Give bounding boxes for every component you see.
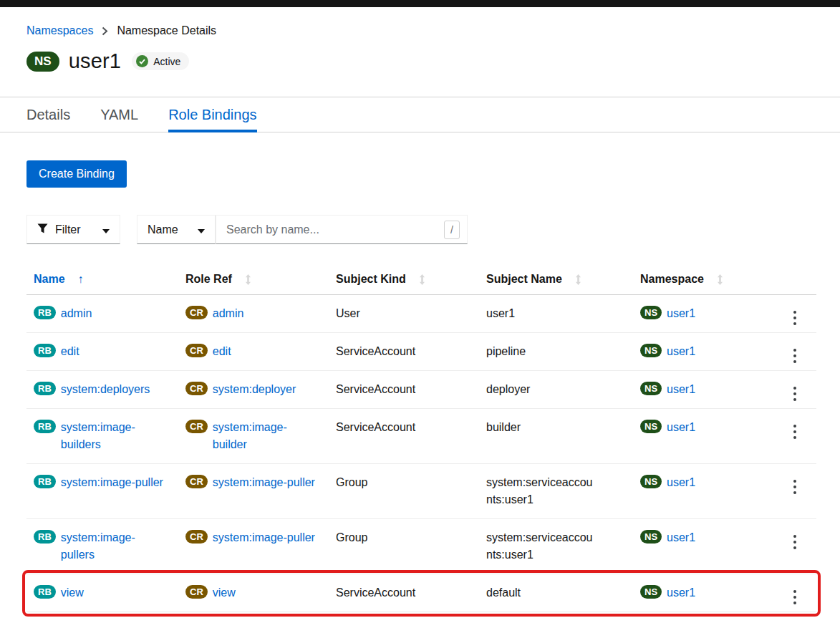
status-badge: Active [132, 52, 189, 70]
namespace-cell: NS user1 [633, 371, 773, 408]
role-ref-cell: CR system:image-builder [178, 409, 329, 463]
subject-kind-cell: ServiceAccount [329, 333, 479, 370]
namespace-cell: NS user1 [633, 333, 773, 370]
filter-dropdown[interactable]: Filter [26, 215, 120, 244]
column-header-name[interactable]: Name ↑ [26, 266, 178, 294]
subject-name-cell: default [479, 574, 604, 612]
kebab-menu-button[interactable] [789, 385, 801, 402]
table-row: RB system:deployers CR system:deployer S… [26, 371, 816, 409]
role-binding-badge: RB [34, 585, 56, 599]
column-header-role-ref-label: Role Ref [185, 273, 232, 286]
subject-kind-cell: Group [329, 519, 479, 556]
cluster-role-badge: CR [185, 585, 208, 599]
kebab-menu-button[interactable] [789, 589, 801, 606]
subject-name-cell: user1 [479, 295, 604, 332]
tab-bar: Details YAML Role Bindings [0, 97, 840, 132]
role-binding-badge: RB [34, 344, 56, 357]
cluster-role-link[interactable]: system:image-puller [213, 474, 315, 491]
column-header-role-ref[interactable]: Role Ref [178, 266, 329, 294]
subject-kind-cell: ServiceAccount [329, 574, 479, 612]
cluster-role-link[interactable]: system:image-puller [213, 529, 315, 546]
role-binding-badge: RB [34, 382, 56, 395]
column-header-namespace[interactable]: Namespace [633, 266, 773, 294]
namespace-cell: NS user1 [633, 519, 773, 556]
filter-icon [37, 223, 48, 236]
cluster-role-badge: CR [185, 420, 208, 433]
role-binding-link[interactable]: system:image-builders [61, 419, 165, 453]
column-header-name-label: Name [34, 273, 65, 286]
cluster-role-link[interactable]: admin [213, 305, 244, 322]
column-header-subject-name[interactable]: Subject Name [479, 266, 633, 294]
breadcrumb-link-namespaces[interactable]: Namespaces [26, 24, 93, 37]
name-cell: RB system:image-puller [26, 464, 178, 501]
page-title: user1 [69, 49, 122, 73]
sort-both-icon [419, 274, 425, 285]
namespace-link[interactable]: user1 [667, 419, 695, 436]
namespace-cell: NS user1 [633, 464, 773, 501]
namespace-link[interactable]: user1 [667, 474, 695, 491]
name-cell: RB view [26, 574, 178, 612]
column-header-subject-kind[interactable]: Subject Kind [329, 266, 479, 294]
namespace-badge: NS [640, 475, 662, 488]
page-header: Namespaces Namespace Details NS user1 Ac… [0, 7, 840, 73]
cluster-role-badge: CR [185, 475, 208, 488]
table-row: RB edit CR edit ServiceAccount pipeline … [26, 333, 816, 371]
namespace-cell: NS user1 [633, 574, 773, 612]
column-header-namespace-label: Namespace [640, 273, 704, 286]
name-cell: RB edit [26, 333, 178, 370]
sort-both-icon [245, 274, 251, 285]
role-ref-cell: CR system:deployer [178, 371, 329, 408]
role-ref-cell: CR edit [178, 333, 329, 370]
namespace-link[interactable]: user1 [667, 584, 695, 602]
role-binding-badge: RB [34, 420, 56, 433]
sort-ascending-icon: ↑ [78, 274, 84, 285]
chevron-down-icon [198, 223, 205, 236]
namespace-cell: NS user1 [633, 295, 773, 332]
kebab-menu-button[interactable] [789, 478, 801, 496]
chevron-down-icon [102, 223, 110, 236]
role-binding-link[interactable]: edit [61, 343, 79, 360]
role-ref-cell: CR view [178, 574, 329, 612]
search-input[interactable] [226, 223, 444, 236]
subject-name-cell: builder [479, 409, 604, 446]
namespace-link[interactable]: user1 [667, 343, 695, 360]
main-content: Create Binding Filter Name / [0, 132, 840, 612]
role-binding-link[interactable]: system:deployers [61, 381, 150, 398]
role-binding-link[interactable]: view [61, 584, 84, 602]
name-cell: RB admin [26, 295, 178, 332]
cluster-role-badge: CR [185, 530, 208, 544]
name-cell: RB system:deployers [26, 371, 178, 408]
tab-yaml[interactable]: YAML [100, 97, 138, 132]
kebab-menu-button[interactable] [789, 423, 801, 440]
role-bindings-table: Name ↑ Role Ref Subject Kind Subject Nam… [26, 266, 816, 612]
sort-both-icon [717, 274, 723, 285]
namespace-link[interactable]: user1 [667, 305, 695, 322]
create-binding-button[interactable]: Create Binding [26, 160, 127, 188]
filter-type-selected: Name [148, 223, 178, 236]
column-header-subject-kind-label: Subject Kind [336, 273, 406, 286]
kebab-menu-button[interactable] [789, 309, 801, 327]
role-binding-link[interactable]: system:image-pullers [61, 529, 165, 564]
masthead-bar [0, 0, 840, 7]
subject-kind-cell: ServiceAccount [329, 371, 479, 408]
kebab-menu-button[interactable] [789, 533, 801, 551]
namespace-badge: NS [640, 530, 662, 544]
role-binding-link[interactable]: system:image-puller [61, 474, 163, 491]
cluster-role-link[interactable]: system:deployer [213, 381, 296, 398]
slash-shortcut-hint: / [444, 221, 460, 239]
subject-name-cell: pipeline [479, 333, 604, 370]
kebab-menu-button[interactable] [789, 347, 801, 364]
role-binding-link[interactable]: admin [61, 305, 92, 322]
cluster-role-link[interactable]: system:image-builder [213, 419, 317, 453]
tab-role-bindings[interactable]: Role Bindings [168, 97, 256, 132]
table-header-row: Name ↑ Role Ref Subject Kind Subject Nam… [26, 266, 816, 295]
title-row: NS user1 Active [26, 49, 816, 73]
cluster-role-badge: CR [185, 382, 208, 395]
cluster-role-link[interactable]: edit [213, 343, 231, 360]
cluster-role-link[interactable]: view [213, 584, 236, 602]
tab-details[interactable]: Details [26, 97, 70, 132]
filter-type-dropdown[interactable]: Name [137, 215, 216, 244]
namespace-link[interactable]: user1 [667, 381, 695, 398]
namespace-link[interactable]: user1 [667, 529, 695, 546]
check-circle-icon [136, 55, 148, 67]
